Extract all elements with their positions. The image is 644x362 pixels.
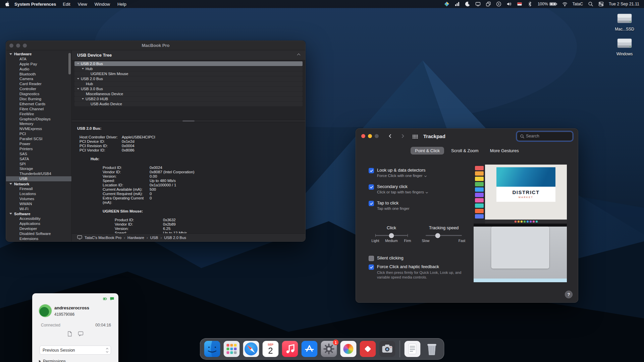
appstore-icon[interactable] bbox=[302, 341, 318, 357]
sidebar-group-hardware[interactable]: Hardware bbox=[6, 52, 71, 57]
tree-row-miscellaneous-device[interactable]: Miscellaneous Device bbox=[74, 92, 303, 96]
tree-row-hub[interactable]: Hub bbox=[74, 81, 303, 86]
option-sub[interactable]: Click or tap with two fingers bbox=[377, 190, 428, 194]
camera-app-icon[interactable] bbox=[379, 341, 395, 357]
search-input[interactable] bbox=[526, 134, 570, 138]
trackpad-titlebar[interactable]: Trackpad bbox=[356, 129, 578, 143]
calendar-icon[interactable]: SEP2 bbox=[263, 341, 279, 357]
tree-row-usb-2-0-bus[interactable]: USB 2.0 Bus bbox=[74, 76, 303, 81]
checkbox-silent-clicking[interactable] bbox=[369, 256, 374, 261]
checkbox-look-up-data-detectors[interactable] bbox=[369, 168, 374, 173]
checkbox-secondary-click[interactable] bbox=[369, 184, 374, 190]
photos-icon[interactable] bbox=[340, 341, 357, 357]
sidebar-item-card-reader[interactable]: Card Reader bbox=[6, 81, 71, 86]
click-slider[interactable] bbox=[375, 235, 408, 236]
breadcrumb-item-tatac-s-macbook-pro[interactable]: TataC's MacBook Pro bbox=[85, 236, 121, 240]
collapse-chevron-icon[interactable] bbox=[297, 54, 301, 57]
session-chat-icon[interactable] bbox=[110, 297, 114, 301]
red-app-icon[interactable] bbox=[360, 341, 376, 357]
disclosure-triangle-icon[interactable] bbox=[82, 68, 84, 69]
sidebar-item-parallel-scsi[interactable]: Parallel SCSI bbox=[6, 136, 71, 141]
sysinfo-titlebar[interactable]: MacBook Pro bbox=[6, 41, 305, 50]
menu-window[interactable]: Window bbox=[95, 2, 110, 7]
spotlight-icon[interactable] bbox=[588, 1, 593, 7]
sidebar-item-graphics-displays[interactable]: Graphics/Displays bbox=[6, 117, 71, 122]
settings-icon[interactable]: 1 bbox=[321, 341, 337, 357]
sidebar-item-locations[interactable]: Locations bbox=[6, 191, 71, 196]
breadcrumb-item-usb-2-0-bus[interactable]: USB 2.0 Bus bbox=[164, 236, 186, 240]
sidebar-item-firewall[interactable]: Firewall bbox=[6, 186, 71, 191]
sidebar-group-network[interactable]: Network bbox=[6, 181, 71, 186]
tree-row-usb2-0-hub[interactable]: USB2.0 HUB bbox=[74, 97, 303, 101]
display-icon[interactable] bbox=[475, 1, 481, 7]
sidebar-item-ata[interactable]: ATA bbox=[6, 57, 71, 62]
tree-row-usb-2-0-bus[interactable]: USB 2.0 Bus bbox=[74, 61, 303, 66]
sidebar-item-sas[interactable]: SAS bbox=[6, 152, 71, 157]
checkbox-force-click-and-haptic-feedback[interactable] bbox=[369, 264, 374, 270]
sidebar-item-bluetooth[interactable]: Bluetooth bbox=[6, 72, 71, 77]
active-app-menu[interactable]: System Preferences bbox=[14, 2, 56, 7]
permissions-disclosure[interactable]: Permissions bbox=[39, 359, 66, 362]
sidebar-item-fibre-channel[interactable]: Fibre Channel bbox=[6, 107, 71, 112]
sidebar-item-volumes[interactable]: Volumes bbox=[6, 196, 71, 201]
sidebar-item-wwan[interactable]: WWAN bbox=[6, 201, 71, 206]
checkbox-tap-to-click[interactable] bbox=[369, 201, 374, 206]
breadcrumb-item-usb[interactable]: USB bbox=[150, 236, 158, 240]
play-circle-icon[interactable] bbox=[496, 1, 501, 7]
tab-more-gestures[interactable]: More Gestures bbox=[486, 147, 523, 155]
menu-bar-clock[interactable]: Tue 2 Sep 21.11 bbox=[609, 2, 639, 6]
finder-icon[interactable] bbox=[204, 341, 220, 357]
pane-splitter[interactable] bbox=[72, 119, 305, 122]
sidebar-item-disabled-software[interactable]: Disabled Software bbox=[6, 231, 71, 236]
volume-icon[interactable] bbox=[506, 1, 512, 7]
tab-point-click[interactable]: Point & Click bbox=[411, 147, 444, 155]
sidebar-item-printers[interactable]: Printers bbox=[6, 146, 71, 152]
sidebar-item-pci[interactable]: PCI bbox=[6, 131, 71, 136]
document-icon[interactable] bbox=[405, 341, 421, 357]
sidebar-scrollbar[interactable] bbox=[68, 53, 71, 74]
sidebar-item-ethernet-cards[interactable]: Ethernet Cards bbox=[6, 102, 71, 107]
disclosure-triangle-icon[interactable] bbox=[77, 88, 79, 89]
sidebar-item-storage[interactable]: Storage bbox=[6, 166, 71, 171]
tab-scroll-zoom[interactable]: Scroll & Zoom bbox=[447, 147, 483, 155]
sidebar-item-nvmexpress[interactable]: NVMExpress bbox=[6, 126, 71, 131]
option-sub[interactable]: Force Click with one finger bbox=[377, 174, 426, 178]
colored-diamond-icon[interactable] bbox=[444, 1, 449, 7]
music-icon[interactable] bbox=[282, 341, 298, 357]
minimize-button[interactable] bbox=[368, 134, 372, 138]
disclosure-triangle-icon[interactable] bbox=[82, 98, 84, 100]
back-button[interactable] bbox=[387, 133, 393, 139]
menu-help[interactable]: Help bbox=[117, 2, 126, 7]
launchpad-icon[interactable] bbox=[224, 341, 240, 357]
show-all-grid-icon[interactable] bbox=[412, 134, 418, 139]
sidebar-item-applications[interactable]: Applications bbox=[6, 221, 71, 226]
moon-icon[interactable] bbox=[465, 1, 470, 7]
tree-row-usb-3-0-bus[interactable]: USB 3.0 Bus bbox=[74, 86, 303, 91]
sidebar-item-disc-burning[interactable]: Disc Burning bbox=[6, 97, 71, 102]
file-transfer-icon[interactable] bbox=[67, 331, 72, 337]
user-switcher-menu[interactable]: TataC bbox=[573, 2, 583, 6]
trash-icon[interactable] bbox=[424, 341, 440, 357]
zoom-button[interactable] bbox=[375, 134, 379, 138]
sidebar-item-accessibility[interactable]: Accessibility bbox=[6, 216, 71, 221]
message-icon[interactable] bbox=[78, 331, 84, 337]
sidebar-item-apple-pay[interactable]: Apple Pay bbox=[6, 62, 71, 67]
battery-indicator[interactable]: 100% bbox=[538, 1, 557, 7]
drive-icon-mac-ssd[interactable]: Mac...SSD bbox=[615, 12, 634, 32]
menu-view[interactable]: View bbox=[78, 2, 87, 7]
drive-icon-windows[interactable]: Windows bbox=[616, 37, 633, 56]
disclosure-triangle-icon[interactable] bbox=[77, 63, 79, 64]
search-field[interactable] bbox=[517, 132, 573, 141]
usb-device-tree-header[interactable]: USB Device Tree bbox=[72, 50, 305, 60]
forward-button[interactable] bbox=[400, 133, 406, 139]
click-slider-thumb[interactable] bbox=[389, 233, 394, 238]
apple-menu-icon[interactable] bbox=[5, 1, 10, 7]
sidebar-item-memory[interactable]: Memory bbox=[6, 121, 71, 126]
sidebar-item-firewire[interactable]: FireWire bbox=[6, 112, 71, 117]
safari-icon[interactable] bbox=[243, 341, 259, 357]
help-button[interactable]: ? bbox=[565, 291, 573, 298]
tracking-speed-slider[interactable] bbox=[426, 235, 462, 236]
disclosure-triangle-icon[interactable] bbox=[77, 78, 79, 79]
sidebar-item-spi[interactable]: SPI bbox=[6, 162, 71, 167]
sidebar-item-controller[interactable]: Controller bbox=[6, 86, 71, 92]
